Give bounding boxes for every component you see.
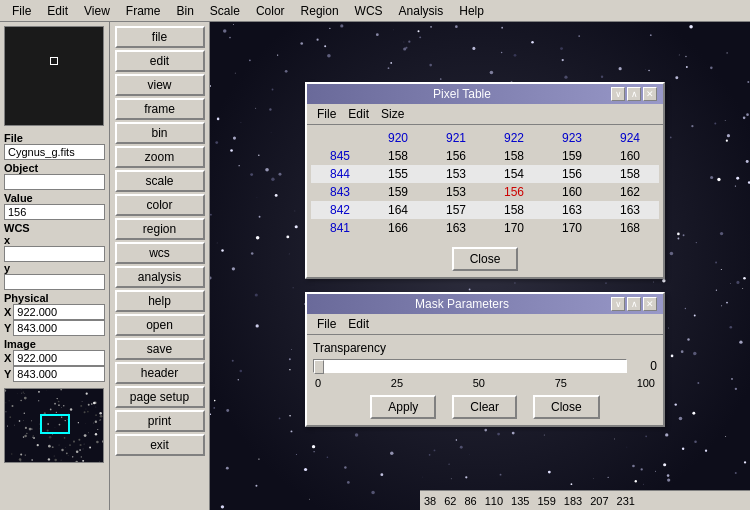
transparency-slider-track[interactable] [313,359,627,373]
cell-r2-c2: 156 [485,183,543,201]
x-label: x [4,234,105,246]
img-x-value: 922.000 [13,350,105,366]
phys-x-label: X [4,306,11,318]
mid-btn-file[interactable]: file [115,26,205,48]
mid-btn-analysis[interactable]: analysis [115,266,205,288]
pixel-table-menu-edit[interactable]: Edit [342,106,375,122]
cell-r0-c1: 156 [427,147,485,165]
tick-marks: 0 25 50 75 100 [313,377,657,389]
main-layout: File Cygnus_g.fits Object Value 156 WCS … [0,22,750,510]
mask-params-menubar: File Edit [307,314,663,335]
pixel-table-dialog: Pixel Table ∨ ∧ ✕ File Edit Size 920 [305,82,665,279]
pixel-table-controls: ∨ ∧ ✕ [611,87,657,101]
mid-btn-page-setup[interactable]: page setup [115,386,205,408]
menu-color[interactable]: Color [248,2,293,20]
row-header-843: 843 [311,183,369,201]
coord-231: 231 [613,495,639,507]
mask-content: Transparency 0 0 25 50 75 100 Apply Clea [307,335,663,425]
mid-btn-bin[interactable]: bin [115,122,205,144]
file-section: File Cygnus_g.fits [4,132,105,160]
transparency-slider-thumb[interactable] [314,360,324,374]
preview-image [4,26,104,126]
mid-btn-open[interactable]: open [115,314,205,336]
mid-btn-frame[interactable]: frame [115,98,205,120]
coord-86: 86 [461,495,481,507]
coords-bar: 386286110135159183207231 [420,490,750,510]
menu-bin[interactable]: Bin [169,2,202,20]
cell-r2-c3: 160 [543,183,601,201]
file-label: File [4,132,105,144]
pixel-table-close-button[interactable]: Close [452,247,519,271]
cell-r3-c0: 164 [369,201,427,219]
menu-frame[interactable]: Frame [118,2,169,20]
phys-x-value: 922.000 [13,304,105,320]
preview-marker [50,57,58,65]
img-x-label: X [4,352,11,364]
col-923: 923 [543,129,601,147]
mask-params-dialog: Mask Parameters ∨ ∧ ✕ File Edit Transpar… [305,292,665,427]
mid-btn-scale[interactable]: scale [115,170,205,192]
mid-btn-save[interactable]: save [115,338,205,360]
cell-r0-c4: 160 [601,147,659,165]
clear-button[interactable]: Clear [452,395,517,419]
mask-menu-file[interactable]: File [311,316,342,332]
tick-0: 0 [315,377,321,389]
coord-62: 62 [440,495,460,507]
row-header-841: 841 [311,219,369,237]
mid-btn-print[interactable]: print [115,410,205,432]
mid-btn-help[interactable]: help [115,290,205,312]
apply-button[interactable]: Apply [370,395,436,419]
mid-btn-region[interactable]: region [115,218,205,240]
middle-panel: fileeditviewframebinzoomscalecolorregion… [110,22,210,510]
image-area: Pixel Table ∨ ∧ ✕ File Edit Size 920 [210,22,750,510]
menu-region[interactable]: Region [293,2,347,20]
menu-edit[interactable]: Edit [39,2,76,20]
pixel-table-close-row: Close [307,241,663,277]
pixel-table-minimize[interactable]: ∨ [611,87,625,101]
phys-y-value: 843.000 [13,320,105,336]
cell-r2-c4: 162 [601,183,659,201]
cell-r4-c1: 163 [427,219,485,237]
mid-btn-zoom[interactable]: zoom [115,146,205,168]
coord-183: 183 [560,495,586,507]
mid-btn-view[interactable]: view [115,74,205,96]
mid-btn-color[interactable]: color [115,194,205,216]
wcs-section: WCS x y [4,222,105,290]
pixel-table-title: Pixel Table [313,87,611,101]
pixel-table-menu-file[interactable]: File [311,106,342,122]
menu-view[interactable]: View [76,2,118,20]
cell-r0-c3: 159 [543,147,601,165]
cell-r1-c0: 155 [369,165,427,183]
row-header-844: 844 [311,165,369,183]
menu-file[interactable]: File [4,2,39,20]
slider-row: 0 [313,359,657,373]
menu-wcs[interactable]: WCS [347,2,391,20]
coord-159: 159 [533,495,559,507]
img-y-value: 843.000 [13,366,105,382]
pixel-table-close-x[interactable]: ✕ [643,87,657,101]
menu-scale[interactable]: Scale [202,2,248,20]
mask-menu-edit[interactable]: Edit [342,316,375,332]
mask-params-close-x[interactable]: ✕ [643,297,657,311]
physical-label: Physical [4,292,105,304]
thumbnail-image [4,388,104,463]
mid-btn-wcs[interactable]: wcs [115,242,205,264]
cell-r4-c3: 170 [543,219,601,237]
cell-r4-c4: 168 [601,219,659,237]
pixel-data-table: 920 921 922 923 924 84515815615815916084… [311,129,659,237]
menu-bar: File Edit View Frame Bin Scale Color Reg… [0,0,750,22]
menu-help[interactable]: Help [451,2,492,20]
mid-btn-exit[interactable]: exit [115,434,205,456]
slider-value-display: 0 [633,359,657,373]
pixel-table-menu-size[interactable]: Size [375,106,410,122]
mid-btn-edit[interactable]: edit [115,50,205,72]
menu-analysis[interactable]: Analysis [391,2,452,20]
mask-params-minimize[interactable]: ∨ [611,297,625,311]
pixel-table-restore[interactable]: ∧ [627,87,641,101]
mask-close-button[interactable]: Close [533,395,600,419]
tick-100: 100 [637,377,655,389]
mask-params-restore[interactable]: ∧ [627,297,641,311]
mid-btn-header[interactable]: header [115,362,205,384]
coord-110: 110 [481,495,507,507]
wcs-y-value [4,274,105,290]
